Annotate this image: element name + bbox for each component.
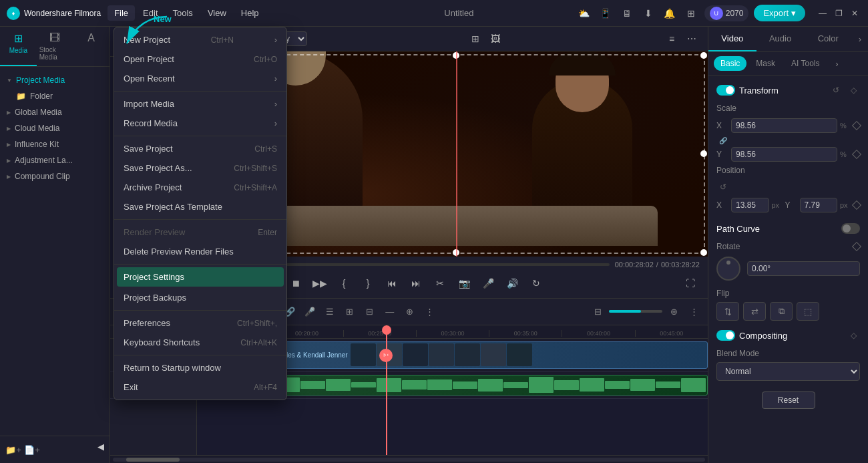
minimize-button[interactable]: —: [816, 7, 829, 20]
camera-button[interactable]: 📷: [455, 274, 473, 293]
tab-media[interactable]: ⊞ Media: [0, 27, 37, 66]
position-y-input[interactable]: [800, 198, 838, 212]
menu-preferences[interactable]: Preferences Ctrl+Shift+,: [114, 313, 286, 333]
panel-tab-color[interactable]: Color: [804, 27, 852, 51]
tree-project-media[interactable]: ▼ Project Media: [0, 72, 110, 88]
menu-save-project-as[interactable]: Save Project As... Ctrl+Shift+S: [114, 158, 286, 178]
mark-out-button[interactable]: }: [359, 274, 377, 293]
cloud-icon[interactable]: ⛅: [576, 5, 592, 21]
scale-y-keyframe[interactable]: [852, 150, 861, 159]
add-track-button[interactable]: ⊕: [401, 303, 419, 320]
link-icon[interactable]: 🔗: [719, 137, 727, 144]
menu-record-media[interactable]: Record Media ›: [114, 114, 286, 133]
image-view-icon[interactable]: 🖼: [487, 31, 503, 47]
zoom-options-button[interactable]: ⋮: [685, 303, 702, 320]
volume-button[interactable]: 🔊: [503, 274, 521, 293]
position-keyframe[interactable]: [852, 200, 861, 210]
maximize-button[interactable]: ❐: [832, 7, 845, 20]
menu-import-media[interactable]: Import Media ›: [114, 94, 286, 114]
menu-project-settings[interactable]: Project Settings: [117, 267, 284, 287]
more-tl-button[interactable]: ⋮: [421, 303, 439, 320]
panel-tab-next-icon[interactable]: ›: [852, 27, 868, 51]
split-track-button[interactable]: ⊞: [341, 303, 359, 320]
menu-file[interactable]: File: [107, 5, 135, 21]
panel-tab-audio[interactable]: Audio: [756, 27, 805, 51]
user-badge[interactable]: U 2070: [704, 5, 749, 21]
blend-mode-select[interactable]: Normal: [716, 362, 860, 381]
rotate-diamond-icon[interactable]: [852, 242, 861, 251]
rotate-keyframe[interactable]: [853, 243, 860, 250]
tree-global-media[interactable]: ▶ Global Media: [0, 104, 110, 120]
menu-new-project[interactable]: New Project Ctrl+N ›: [114, 30, 286, 49]
prev-marker-button[interactable]: ⏮: [383, 274, 401, 293]
sub-tab-mask[interactable]: Mask: [749, 56, 782, 71]
transform-toggle[interactable]: [716, 85, 735, 96]
mark-in-button[interactable]: {: [335, 274, 353, 293]
menu-delete-preview[interactable]: Delete Preview Render Files: [114, 242, 286, 261]
scrollbar-thumb[interactable]: [126, 458, 180, 462]
menu-view[interactable]: View: [201, 5, 233, 21]
grid-icon[interactable]: ⊞: [683, 5, 699, 21]
zoom-in-button[interactable]: ⊕: [665, 303, 682, 320]
grid-view-icon[interactable]: ⊞: [467, 31, 483, 47]
menu-open-recent[interactable]: Open Recent ›: [114, 69, 286, 88]
export-button[interactable]: Export ▾: [754, 5, 805, 21]
monitor-icon[interactable]: 🖥: [619, 5, 635, 21]
transform-diamond-icon[interactable]: ◇: [847, 84, 860, 97]
compositing-toggle[interactable]: [716, 330, 735, 341]
phone-icon[interactable]: 📱: [598, 5, 614, 21]
menu-save-project[interactable]: Save Project Ctrl+S: [114, 139, 286, 158]
menu-open-project[interactable]: Open Project Ctrl+O: [114, 49, 286, 69]
menu-edit[interactable]: Edit: [136, 5, 164, 21]
sub-tab-basic[interactable]: Basic: [714, 56, 746, 71]
path-curve-toggle[interactable]: [841, 223, 860, 234]
menu-tools[interactable]: Tools: [166, 5, 200, 21]
playhead[interactable]: [386, 325, 387, 455]
menu-project-backups[interactable]: Project Backups: [114, 288, 286, 307]
scale-x-input[interactable]: [731, 118, 837, 133]
transform-reset-icon[interactable]: ↺: [829, 84, 843, 97]
menu-archive-project[interactable]: Archive Project Ctrl+Shift+A: [114, 178, 286, 197]
collapse-button[interactable]: ◀: [97, 442, 104, 458]
stop-button[interactable]: ⏹: [286, 274, 305, 293]
add-item-button[interactable]: 📄+: [24, 442, 40, 458]
rotate-wheel[interactable]: [716, 257, 740, 281]
add-folder-button[interactable]: 📁+: [5, 442, 21, 458]
flip-option3-button[interactable]: ⧉: [770, 302, 793, 321]
next-marker-button[interactable]: ⏭: [407, 274, 425, 293]
scale-y-input[interactable]: [731, 147, 837, 162]
tree-compound-clip[interactable]: ▶ Compound Clip: [0, 168, 110, 184]
tracks-button[interactable]: ☰: [321, 303, 339, 320]
tab-stock[interactable]: 🎞 Stock Media: [37, 27, 73, 66]
tree-influence-kit[interactable]: ▶ Influence Kit: [0, 136, 110, 152]
remove-track-button[interactable]: ⊟: [361, 303, 379, 320]
tree-cloud-media[interactable]: ▶ Cloud Media: [0, 120, 110, 136]
download-icon[interactable]: ⬇: [640, 5, 656, 21]
snap-button[interactable]: —: [381, 303, 399, 320]
compositing-diamond-icon[interactable]: ◇: [847, 329, 860, 342]
position-x-input[interactable]: [731, 198, 769, 212]
voice-button[interactable]: 🎤: [479, 274, 497, 293]
menu-save-template[interactable]: Save Project As Template: [114, 197, 286, 216]
close-button[interactable]: ✕: [848, 7, 861, 20]
more-options-icon[interactable]: ⋯: [684, 31, 700, 47]
frame-forward-button[interactable]: ▶▶: [310, 274, 329, 293]
filter-icon[interactable]: ≡: [664, 31, 680, 47]
bell-icon[interactable]: 🔔: [662, 5, 678, 21]
rotate-input[interactable]: [747, 261, 860, 276]
tree-folder[interactable]: 📁 Folder: [0, 88, 110, 104]
mic-button[interactable]: 🎤: [301, 303, 318, 320]
reset-button[interactable]: Reset: [762, 392, 815, 409]
flip-option4-button[interactable]: ⬚: [797, 302, 819, 321]
rotate-right-button[interactable]: ↻: [527, 274, 546, 293]
menu-keyboard-shortcuts[interactable]: Keyboard Shortcuts Ctrl+Alt+K: [114, 333, 286, 352]
fullscreen-button[interactable]: ⛶: [681, 274, 700, 293]
position-reset-icon[interactable]: ↺: [716, 180, 730, 194]
scrollbar-track[interactable]: [113, 458, 705, 462]
sub-tab-ai[interactable]: AI Tools: [785, 56, 826, 71]
tab-effects[interactable]: A: [73, 27, 110, 66]
flip-vertical-button[interactable]: ⇅: [716, 302, 739, 321]
menu-help[interactable]: Help: [234, 5, 266, 21]
panel-tab-video[interactable]: Video: [708, 27, 756, 51]
menu-exit[interactable]: Exit Alt+F4: [114, 377, 286, 397]
